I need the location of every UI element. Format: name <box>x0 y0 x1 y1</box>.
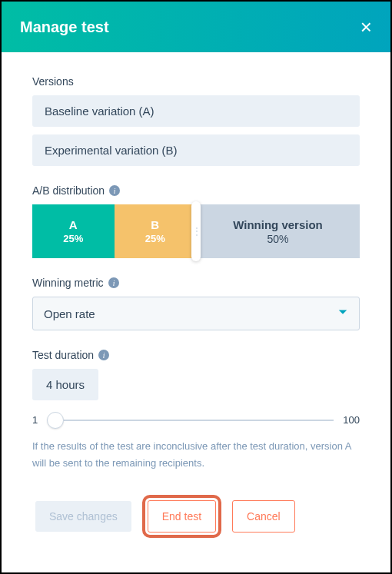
slider-min: 1 <box>32 414 38 426</box>
chevron-down-icon <box>337 307 348 320</box>
close-icon[interactable]: × <box>360 17 372 37</box>
duration-value: 4 hours <box>32 369 98 400</box>
dist-b-pct: 25% <box>145 233 165 244</box>
modal-footer: Save changes End test Cancel <box>32 495 360 538</box>
info-icon[interactable]: i <box>98 350 109 360</box>
version-item-b[interactable]: Experimental variation (B) <box>32 134 360 166</box>
slider-max: 100 <box>343 414 360 426</box>
distribution-segment-winner: Winning version 50% <box>196 204 360 258</box>
winning-metric-label-text: Winning metric <box>32 277 104 289</box>
svg-text:i: i <box>114 187 116 195</box>
dist-winner-label: Winning version <box>233 218 323 231</box>
modal-title: Manage test <box>20 18 109 36</box>
distribution-label-text: A/B distribution <box>32 184 105 197</box>
svg-text:i: i <box>103 351 105 360</box>
save-changes-button[interactable]: Save changes <box>35 501 131 532</box>
info-icon[interactable]: i <box>108 277 119 288</box>
highlight-annotation: End test <box>142 495 221 538</box>
info-icon[interactable]: i <box>109 185 120 196</box>
help-text: If the results of the test are inconclus… <box>32 438 360 472</box>
duration-label-text: Test duration <box>32 349 94 361</box>
dist-a-letter: A <box>69 218 78 231</box>
slider-thumb[interactable] <box>47 412 64 429</box>
duration-slider: 1 100 <box>32 414 360 426</box>
end-test-button[interactable]: End test <box>148 500 216 533</box>
cancel-button[interactable]: Cancel <box>232 500 295 533</box>
dist-winner-pct: 50% <box>267 233 288 245</box>
versions-label: Versions <box>32 75 360 88</box>
dist-a-pct: 25% <box>63 233 83 244</box>
versions-list: Baseline variation (A) Experimental vari… <box>32 95 360 166</box>
distribution-bar: A 25% B 25% Winning version 50% ⋮ <box>32 204 360 258</box>
drag-dots-icon: ⋮ <box>192 230 201 233</box>
winning-metric-value: Open rate <box>44 307 95 320</box>
version-item-a[interactable]: Baseline variation (A) <box>32 95 360 127</box>
slider-track[interactable] <box>47 420 334 421</box>
distribution-label: A/B distribution i <box>32 184 360 197</box>
winning-metric-select[interactable]: Open rate <box>32 297 360 330</box>
distribution-segment-b: B 25% <box>115 204 197 258</box>
distribution-segment-a: A 25% <box>32 204 115 258</box>
modal-content: Versions Baseline variation (A) Experime… <box>2 52 390 553</box>
duration-label: Test duration i <box>32 349 360 361</box>
dist-b-letter: B <box>151 218 159 231</box>
winning-metric-label: Winning metric i <box>32 277 360 289</box>
modal-header: Manage test × <box>2 2 390 52</box>
distribution-drag-handle[interactable]: ⋮ <box>191 201 201 261</box>
svg-text:i: i <box>112 279 115 287</box>
